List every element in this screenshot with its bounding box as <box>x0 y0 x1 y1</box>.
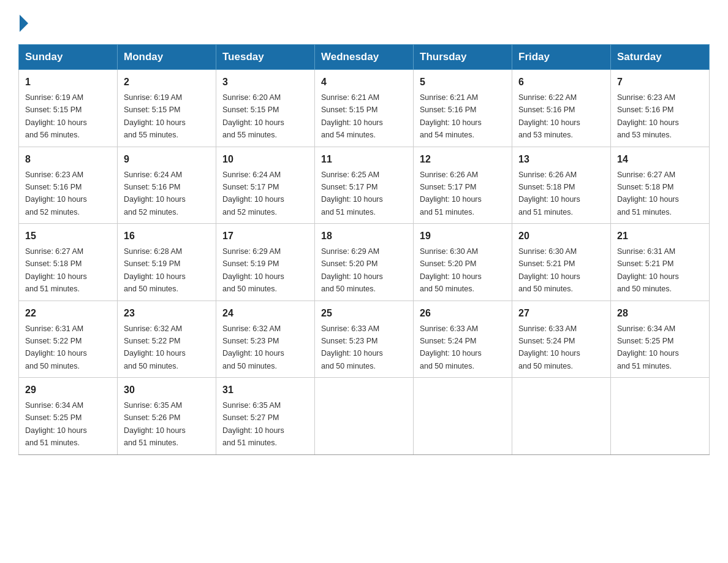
day-info: Sunrise: 6:24 AMSunset: 5:17 PMDaylight:… <box>222 170 284 216</box>
day-number: 4 <box>321 75 407 90</box>
calendar-cell <box>611 378 710 455</box>
header-sunday: Sunday <box>19 45 118 70</box>
calendar-cell: 22 Sunrise: 6:31 AMSunset: 5:22 PMDaylig… <box>19 301 118 378</box>
day-number: 2 <box>124 75 210 90</box>
day-number: 29 <box>25 383 111 397</box>
day-number: 23 <box>124 306 210 321</box>
calendar-cell: 5 Sunrise: 6:21 AMSunset: 5:16 PMDayligh… <box>414 70 512 147</box>
day-info: Sunrise: 6:24 AMSunset: 5:16 PMDaylight:… <box>124 170 186 216</box>
calendar-cell: 29 Sunrise: 6:34 AMSunset: 5:25 PMDaylig… <box>19 378 118 455</box>
calendar-cell: 20 Sunrise: 6:30 AMSunset: 5:21 PMDaylig… <box>512 224 611 301</box>
day-info: Sunrise: 6:31 AMSunset: 5:21 PMDaylight:… <box>617 247 679 293</box>
calendar-week-row: 29 Sunrise: 6:34 AMSunset: 5:25 PMDaylig… <box>19 378 710 455</box>
day-info: Sunrise: 6:26 AMSunset: 5:17 PMDaylight:… <box>420 170 482 216</box>
day-info: Sunrise: 6:23 AMSunset: 5:16 PMDaylight:… <box>25 170 87 216</box>
calendar-table: SundayMondayTuesdayWednesdayThursdayFrid… <box>18 44 710 455</box>
day-info: Sunrise: 6:19 AMSunset: 5:15 PMDaylight:… <box>25 93 87 139</box>
day-number: 14 <box>617 152 703 167</box>
header-saturday: Saturday <box>611 45 710 70</box>
calendar-cell: 16 Sunrise: 6:28 AMSunset: 5:19 PMDaylig… <box>118 224 216 301</box>
day-info: Sunrise: 6:19 AMSunset: 5:15 PMDaylight:… <box>124 93 186 139</box>
day-info: Sunrise: 6:20 AMSunset: 5:15 PMDaylight:… <box>222 93 284 139</box>
day-info: Sunrise: 6:22 AMSunset: 5:16 PMDaylight:… <box>518 93 580 139</box>
day-number: 9 <box>124 152 210 167</box>
day-info: Sunrise: 6:33 AMSunset: 5:24 PMDaylight:… <box>420 324 482 370</box>
calendar-cell: 6 Sunrise: 6:22 AMSunset: 5:16 PMDayligh… <box>512 70 611 147</box>
day-number: 1 <box>25 75 111 90</box>
day-number: 3 <box>222 75 308 90</box>
day-number: 13 <box>518 152 604 167</box>
page-header <box>18 12 710 32</box>
day-info: Sunrise: 6:30 AMSunset: 5:20 PMDaylight:… <box>420 247 482 293</box>
calendar-week-row: 15 Sunrise: 6:27 AMSunset: 5:18 PMDaylig… <box>19 224 710 301</box>
calendar-cell: 3 Sunrise: 6:20 AMSunset: 5:15 PMDayligh… <box>216 70 315 147</box>
day-number: 7 <box>617 75 703 90</box>
calendar-cell: 14 Sunrise: 6:27 AMSunset: 5:18 PMDaylig… <box>611 147 710 224</box>
day-info: Sunrise: 6:30 AMSunset: 5:21 PMDaylight:… <box>518 247 580 293</box>
calendar-week-row: 22 Sunrise: 6:31 AMSunset: 5:22 PMDaylig… <box>19 301 710 378</box>
header-wednesday: Wednesday <box>315 45 414 70</box>
logo <box>18 12 28 32</box>
day-info: Sunrise: 6:21 AMSunset: 5:15 PMDaylight:… <box>321 93 383 139</box>
day-number: 18 <box>321 229 407 243</box>
calendar-week-row: 8 Sunrise: 6:23 AMSunset: 5:16 PMDayligh… <box>19 147 710 224</box>
day-number: 6 <box>518 75 604 90</box>
calendar-cell: 19 Sunrise: 6:30 AMSunset: 5:20 PMDaylig… <box>414 224 512 301</box>
calendar-cell: 27 Sunrise: 6:33 AMSunset: 5:24 PMDaylig… <box>512 301 611 378</box>
day-info: Sunrise: 6:26 AMSunset: 5:18 PMDaylight:… <box>518 170 580 216</box>
day-info: Sunrise: 6:27 AMSunset: 5:18 PMDaylight:… <box>25 247 87 293</box>
calendar-cell: 13 Sunrise: 6:26 AMSunset: 5:18 PMDaylig… <box>512 147 611 224</box>
day-number: 12 <box>420 152 506 167</box>
day-number: 17 <box>222 229 308 243</box>
calendar-cell: 18 Sunrise: 6:29 AMSunset: 5:20 PMDaylig… <box>315 224 414 301</box>
header-tuesday: Tuesday <box>216 45 315 70</box>
day-info: Sunrise: 6:33 AMSunset: 5:23 PMDaylight:… <box>321 324 383 370</box>
header-friday: Friday <box>512 45 611 70</box>
day-number: 28 <box>617 306 703 321</box>
calendar-cell: 8 Sunrise: 6:23 AMSunset: 5:16 PMDayligh… <box>19 147 118 224</box>
day-number: 21 <box>617 229 703 243</box>
header-thursday: Thursday <box>414 45 512 70</box>
day-info: Sunrise: 6:31 AMSunset: 5:22 PMDaylight:… <box>25 324 87 370</box>
logo-arrow-icon <box>20 15 28 32</box>
day-number: 31 <box>222 383 308 397</box>
day-info: Sunrise: 6:29 AMSunset: 5:19 PMDaylight:… <box>222 247 284 293</box>
calendar-cell: 9 Sunrise: 6:24 AMSunset: 5:16 PMDayligh… <box>118 147 216 224</box>
calendar-header-row: SundayMondayTuesdayWednesdayThursdayFrid… <box>19 45 710 70</box>
calendar-cell: 23 Sunrise: 6:32 AMSunset: 5:22 PMDaylig… <box>118 301 216 378</box>
day-info: Sunrise: 6:28 AMSunset: 5:19 PMDaylight:… <box>124 247 186 293</box>
calendar-cell: 11 Sunrise: 6:25 AMSunset: 5:17 PMDaylig… <box>315 147 414 224</box>
day-number: 26 <box>420 306 506 321</box>
day-info: Sunrise: 6:33 AMSunset: 5:24 PMDaylight:… <box>518 324 580 370</box>
day-number: 11 <box>321 152 407 167</box>
calendar-cell: 7 Sunrise: 6:23 AMSunset: 5:16 PMDayligh… <box>611 70 710 147</box>
day-info: Sunrise: 6:32 AMSunset: 5:23 PMDaylight:… <box>222 324 284 370</box>
day-number: 16 <box>124 229 210 243</box>
day-number: 19 <box>420 229 506 243</box>
calendar-cell: 21 Sunrise: 6:31 AMSunset: 5:21 PMDaylig… <box>611 224 710 301</box>
day-number: 30 <box>124 383 210 397</box>
day-number: 5 <box>420 75 506 90</box>
day-number: 25 <box>321 306 407 321</box>
calendar-cell: 4 Sunrise: 6:21 AMSunset: 5:15 PMDayligh… <box>315 70 414 147</box>
calendar-cell: 26 Sunrise: 6:33 AMSunset: 5:24 PMDaylig… <box>414 301 512 378</box>
calendar-cell: 25 Sunrise: 6:33 AMSunset: 5:23 PMDaylig… <box>315 301 414 378</box>
calendar-cell: 31 Sunrise: 6:35 AMSunset: 5:27 PMDaylig… <box>216 378 315 455</box>
day-info: Sunrise: 6:25 AMSunset: 5:17 PMDaylight:… <box>321 170 383 216</box>
day-info: Sunrise: 6:21 AMSunset: 5:16 PMDaylight:… <box>420 93 482 139</box>
day-info: Sunrise: 6:34 AMSunset: 5:25 PMDaylight:… <box>25 401 87 447</box>
calendar-cell: 10 Sunrise: 6:24 AMSunset: 5:17 PMDaylig… <box>216 147 315 224</box>
day-number: 20 <box>518 229 604 243</box>
calendar-cell: 1 Sunrise: 6:19 AMSunset: 5:15 PMDayligh… <box>19 70 118 147</box>
day-number: 27 <box>518 306 604 321</box>
calendar-cell <box>315 378 414 455</box>
calendar-cell: 30 Sunrise: 6:35 AMSunset: 5:26 PMDaylig… <box>118 378 216 455</box>
day-info: Sunrise: 6:34 AMSunset: 5:25 PMDaylight:… <box>617 324 679 370</box>
calendar-cell: 28 Sunrise: 6:34 AMSunset: 5:25 PMDaylig… <box>611 301 710 378</box>
calendar-cell: 12 Sunrise: 6:26 AMSunset: 5:17 PMDaylig… <box>414 147 512 224</box>
day-info: Sunrise: 6:35 AMSunset: 5:26 PMDaylight:… <box>124 401 186 447</box>
day-number: 22 <box>25 306 111 321</box>
day-number: 15 <box>25 229 111 243</box>
calendar-cell: 24 Sunrise: 6:32 AMSunset: 5:23 PMDaylig… <box>216 301 315 378</box>
header-monday: Monday <box>118 45 216 70</box>
